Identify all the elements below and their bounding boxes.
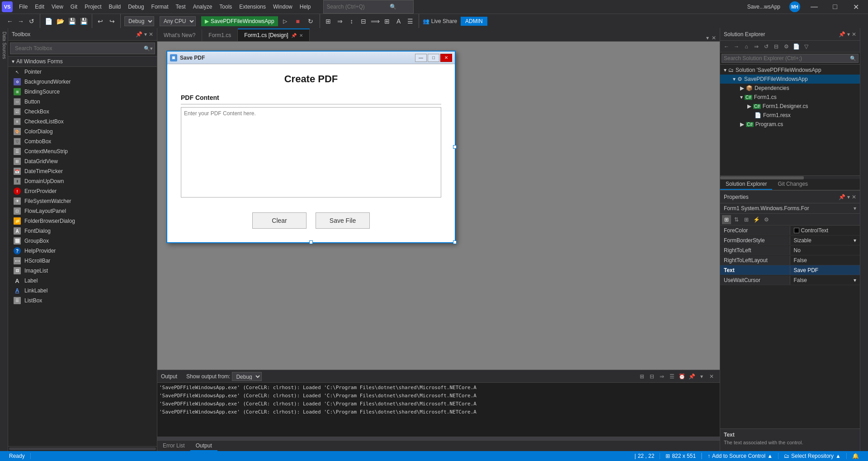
tab-close-all-icon[interactable]: ✕ bbox=[712, 35, 716, 41]
form-maximize-button[interactable]: □ bbox=[428, 54, 439, 62]
toolbox-item-checkbox[interactable]: ☑ CheckBox bbox=[8, 107, 157, 117]
run-button[interactable]: ▶ SavePDFFileWindowsApp bbox=[201, 16, 278, 26]
toolbox-item-imagelist[interactable]: 🖼 ImageList bbox=[8, 266, 157, 276]
global-search[interactable]: 🔍 bbox=[323, 0, 414, 14]
prop-events-icon[interactable]: ⚡ bbox=[752, 215, 761, 224]
save-all-button[interactable]: 💾 bbox=[78, 16, 89, 27]
menu-build[interactable]: Build bbox=[105, 2, 125, 12]
se-solution-root[interactable]: ▾ 🗂 Solution 'SavePDFFileWindowsApp bbox=[720, 66, 860, 75]
menu-analyze[interactable]: Analyze bbox=[189, 2, 216, 12]
toolbar-misc-2[interactable]: ⇒ bbox=[335, 16, 345, 27]
menu-test[interactable]: Test bbox=[172, 2, 189, 12]
back-button[interactable]: ← bbox=[5, 16, 15, 27]
usewaitcursor-dropdown[interactable]: ▾ bbox=[854, 277, 856, 283]
toolbox-item-contextmenustrip[interactable]: ☰ ContextMenuStrip bbox=[8, 146, 157, 156]
toolbar-misc-1[interactable]: ⊞ bbox=[323, 16, 334, 27]
tab-dropdown-icon[interactable]: ▾ bbox=[706, 35, 709, 41]
toolbox-item-combobox[interactable]: ▽ ComboBox bbox=[8, 136, 157, 146]
toolbox-pin-icon[interactable]: 📌 bbox=[136, 31, 142, 38]
form-close-button[interactable]: ✕ bbox=[440, 54, 452, 62]
prop-object-dropdown[interactable]: ▾ bbox=[854, 205, 856, 212]
notifications-button[interactable]: 🔔 bbox=[846, 453, 864, 459]
se-collapse-btn[interactable]: ⊟ bbox=[772, 42, 781, 51]
toolbar-btn-1[interactable]: ↺ bbox=[26, 16, 37, 27]
stop-button[interactable]: ■ bbox=[292, 16, 303, 27]
se-project[interactable]: ▾ ⚙ SavePDFFileWindowsApp bbox=[720, 75, 860, 84]
design-canvas[interactable]: ▣ Save PDF — □ ✕ Create PDF PDF Content bbox=[157, 42, 720, 370]
output-btn-4[interactable]: ☰ bbox=[667, 372, 676, 381]
toolbox-item-helpprovider[interactable]: ? HelpProvider bbox=[8, 246, 157, 256]
tab-close-icon[interactable]: ✕ bbox=[299, 33, 303, 38]
undo-button[interactable]: ↩ bbox=[95, 16, 106, 27]
se-home-btn[interactable]: ⌂ bbox=[742, 42, 751, 51]
toolbox-search-input[interactable] bbox=[12, 44, 144, 53]
menu-edit[interactable]: Edit bbox=[31, 2, 48, 12]
toolbar-misc-4[interactable]: ⊟ bbox=[358, 16, 369, 27]
se-tab-solution-explorer[interactable]: Solution Explorer bbox=[720, 179, 772, 190]
tab-form1-cs[interactable]: Form1.cs bbox=[202, 29, 238, 41]
toolbox-item-linklabel[interactable]: A LinkLabel bbox=[8, 286, 157, 296]
toolbox-category[interactable]: ▾ All Windows Forms bbox=[8, 56, 157, 67]
toolbox-item-groupbox[interactable]: ⬜ GroupBox bbox=[8, 236, 157, 246]
toolbox-item-backgroundworker[interactable]: ⚙ BackgroundWorker bbox=[8, 77, 157, 87]
prop-dropdown-icon[interactable]: ▾ bbox=[847, 194, 850, 200]
menu-view[interactable]: View bbox=[48, 2, 67, 12]
select-repository-button[interactable]: 🗂 Select Repository ▲ bbox=[778, 453, 846, 459]
toolbox-item-button[interactable]: ▭ Button bbox=[8, 97, 157, 107]
prop-categorize-icon[interactable]: ⊞ bbox=[742, 215, 751, 224]
toolbox-item-bindingsource[interactable]: ⊞ BindingSource bbox=[8, 87, 157, 97]
toolbox-item-datagridview[interactable]: ⊞ DataGridView bbox=[8, 156, 157, 166]
toolbox-item-checkedlistbox[interactable]: ≡ CheckedListBox bbox=[8, 117, 157, 127]
toolbox-close-icon[interactable]: ✕ bbox=[149, 31, 153, 38]
new-file-button[interactable]: 📄 bbox=[43, 16, 54, 27]
toolbox-item-label[interactable]: A Label bbox=[8, 276, 157, 286]
se-tab-git-changes[interactable]: Git Changes bbox=[772, 179, 813, 190]
toolbox-search-expand-icon[interactable]: ▾ bbox=[150, 46, 153, 52]
forward-button[interactable]: → bbox=[15, 16, 26, 27]
debug-config-select[interactable]: Debug bbox=[124, 16, 154, 26]
save-button[interactable]: 💾 bbox=[66, 16, 77, 27]
toolbar-misc-8[interactable]: ☰ bbox=[405, 16, 416, 27]
add-to-source-control-button[interactable]: ↑ Add to Source Control ▲ bbox=[702, 453, 778, 459]
se-form1-cs[interactable]: ▾ C# Form1.cs bbox=[720, 93, 860, 102]
close-button[interactable]: ✕ bbox=[845, 0, 866, 14]
se-filter-btn[interactable]: ▽ bbox=[802, 42, 811, 51]
toolbox-item-datetimepicker[interactable]: 📅 DateTimePicker bbox=[8, 166, 157, 176]
toolbox-item-flowlayoutpanel[interactable]: ⊡ FlowLayoutPanel bbox=[8, 206, 157, 216]
menu-tools[interactable]: Tools bbox=[216, 2, 236, 12]
toolbox-item-listbox[interactable]: ☰ ListBox bbox=[8, 296, 157, 306]
save-file-button[interactable]: Save File bbox=[316, 212, 370, 229]
tab-form1-design[interactable]: Form1.cs [Design] 📌 ✕ bbox=[238, 28, 309, 41]
se-pin-icon[interactable]: 📌 bbox=[839, 31, 845, 38]
toolbar-misc-7[interactable]: A bbox=[393, 16, 404, 27]
form-minimize-button[interactable]: — bbox=[415, 54, 427, 62]
output-source-select[interactable]: Debug bbox=[232, 372, 262, 381]
toolbox-item-folderbrowserdialog[interactable]: 📁 FolderBrowserDialog bbox=[8, 216, 157, 226]
menu-debug[interactable]: Debug bbox=[124, 2, 147, 12]
formborderstyle-dropdown[interactable]: ▾ bbox=[854, 237, 856, 244]
se-close-icon[interactable]: ✕ bbox=[852, 31, 856, 38]
se-back-btn[interactable]: ← bbox=[722, 42, 731, 51]
se-forward-btn[interactable]: → bbox=[732, 42, 741, 51]
resize-handle-bm[interactable] bbox=[309, 240, 313, 244]
error-list-tab[interactable]: Error List bbox=[157, 441, 190, 451]
se-refresh-btn[interactable]: ↺ bbox=[762, 42, 771, 51]
admin-button[interactable]: ADMIN bbox=[461, 17, 487, 26]
se-dependencies[interactable]: ▶ 📦 Dependencies bbox=[720, 84, 860, 93]
clear-button[interactable]: Clear bbox=[252, 212, 307, 229]
prop-pin-icon[interactable]: 📌 bbox=[839, 194, 845, 200]
menu-extensions[interactable]: Extensions bbox=[236, 2, 269, 12]
tab-pin-icon[interactable]: 📌 bbox=[291, 33, 297, 38]
open-file-button[interactable]: 📂 bbox=[55, 16, 66, 27]
toolbox-item-pointer[interactable]: ↖ Pointer bbox=[8, 67, 157, 77]
prop-custom-pages-icon[interactable]: ⚙ bbox=[762, 215, 771, 224]
toolbox-item-hscrollbar[interactable]: ⟺ HScrollBar bbox=[8, 256, 157, 266]
restart-button[interactable]: ↻ bbox=[305, 16, 316, 27]
output-close-btn[interactable]: ✕ bbox=[707, 372, 716, 381]
prop-sort-icon[interactable]: ⇅ bbox=[732, 215, 741, 224]
se-hscrollbar[interactable] bbox=[720, 175, 860, 179]
toolbox-dropdown-icon[interactable]: ▾ bbox=[144, 31, 147, 38]
output-btn-1[interactable]: ⊞ bbox=[637, 372, 646, 381]
se-form1-resx[interactable]: 📄 Form1.resx bbox=[720, 111, 860, 120]
user-avatar[interactable]: MH bbox=[789, 1, 800, 12]
